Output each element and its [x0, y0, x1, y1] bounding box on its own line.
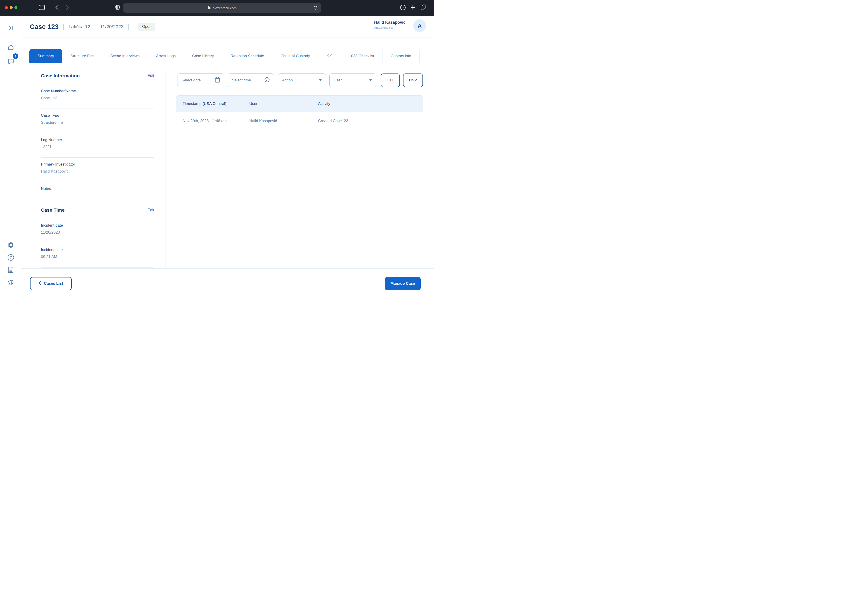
time-filter[interactable]: Select time [228, 73, 274, 87]
chevron-down-icon [369, 79, 372, 81]
settings-gear-icon[interactable] [7, 242, 14, 249]
action-filter-label: Action [282, 78, 293, 83]
downloads-icon[interactable] [400, 5, 406, 11]
tab-summary[interactable]: Summary [30, 49, 62, 63]
window-zoom-button[interactable] [15, 6, 18, 9]
cases-list-label: Cases List [44, 281, 63, 286]
case-information-title: Case Information [41, 73, 80, 79]
tab-case-library[interactable]: Case Library [184, 49, 222, 63]
audit-cell: Haild Kasapović [249, 119, 318, 123]
svg-text:?: ? [10, 255, 12, 259]
lock-icon [208, 6, 211, 10]
audit-column-header: Activity [318, 101, 423, 106]
header-separator [63, 24, 64, 30]
tabbar: SummaryStructure FireScene InterviewsArr… [30, 49, 419, 63]
avatar[interactable]: A [413, 19, 426, 32]
case-information-field: Notes– [41, 182, 154, 198]
tab-contact-info[interactable]: Contact info [382, 49, 419, 63]
chat-icon[interactable] [7, 58, 14, 66]
header-separator [95, 24, 95, 30]
case-time-fields: Incident date11/20/2023Incident time09:2… [41, 219, 154, 269]
sidebar-toggle-icon[interactable] [39, 5, 45, 11]
time-filter-placeholder: Select time [232, 78, 251, 83]
window-minimize-button[interactable] [10, 6, 13, 9]
forward-icon[interactable] [66, 5, 70, 11]
main-area: Case 123 Latička 12 11/20/2023 Open Hali… [21, 16, 434, 298]
tab-k-9[interactable]: K-9 [318, 49, 341, 63]
case-information-field-value: 12221 [41, 145, 154, 149]
case-information-fields: Case Number/NameCase 123Case TypeStructu… [41, 84, 154, 198]
sidebar-collapse-icon[interactable] [8, 25, 13, 31]
tab-scene-interviews[interactable]: Scene Interviews [102, 49, 148, 63]
reload-icon[interactable] [313, 6, 318, 11]
url-text: blazestack.com [212, 6, 237, 10]
case-information-field-label: Case Type [41, 113, 154, 118]
user-filter-label: User [334, 78, 342, 83]
case-information-field-label: Primary Investigator [41, 162, 154, 167]
help-icon[interactable]: ? [7, 254, 14, 262]
export-txt-button[interactable]: TXT [381, 73, 400, 87]
date-filter[interactable]: Select date [177, 73, 224, 87]
case-information-field-value: – [41, 193, 154, 198]
chevron-down-icon [319, 79, 321, 81]
case-date: 11/20/2023 [100, 24, 124, 30]
manage-case-button[interactable]: Manage Case [385, 277, 421, 290]
back-icon[interactable] [55, 5, 59, 11]
user-filter-dropdown[interactable]: User [329, 73, 376, 87]
user-organization: AntColony FD [374, 26, 410, 30]
case-information-field-value: Structure fire [41, 120, 154, 125]
audit-column-header: User [249, 101, 318, 106]
case-information-edit-link[interactable]: Edit [148, 73, 154, 78]
case-information-field: Case TypeStructure fire [41, 109, 154, 133]
case-information-field: Case Number/NameCase 123 [41, 84, 154, 109]
cases-list-button[interactable]: Cases List [30, 277, 72, 290]
document-icon[interactable] [8, 266, 14, 274]
tab-arrest-logs[interactable]: Arrest Logs [148, 49, 184, 63]
action-filter-dropdown[interactable]: Action [278, 73, 326, 87]
window-close-button[interactable] [5, 6, 8, 9]
tab-chain-of-custody[interactable]: Chain of Custody [272, 49, 318, 63]
case-information-field: Log Number12221 [41, 133, 154, 157]
page-header: Case 123 Latička 12 11/20/2023 Open Hali… [21, 16, 434, 38]
calendar-icon [215, 77, 220, 84]
audit-cell: Nov 20th, 2023, 11:48 am [183, 119, 249, 123]
megaphone-icon[interactable] [7, 279, 15, 287]
case-information-field-value: Halid Kasapović [41, 169, 154, 174]
screen: blazestack.com [0, 0, 434, 298]
status-badge: Open [138, 22, 156, 31]
case-time-field-value: 09:21 AM [41, 255, 154, 259]
chat-nav-item[interactable]: 3 [0, 56, 21, 68]
tab-structure-fire[interactable]: Structure Fire [62, 49, 102, 63]
url-bar[interactable]: blazestack.com [123, 3, 321, 13]
chat-badge: 3 [13, 53, 18, 59]
privacy-shield-icon[interactable] [115, 5, 120, 11]
audit-cell: Created Case123 [318, 119, 423, 123]
audit-column-header: Timestamp (USA Central) [183, 101, 249, 106]
tab-1033-checklist[interactable]: 1033 Checklist [341, 49, 382, 63]
app-sidebar: 3 ? [0, 16, 22, 298]
audit-table-header: Timestamp (USA Central)UserActivity [176, 96, 423, 112]
browser-chrome: blazestack.com [0, 0, 434, 16]
case-time-field-label: Incident date [41, 223, 154, 228]
audit-table-body: Nov 20th, 2023, 11:48 amHaild KasapovićC… [176, 112, 423, 130]
new-tab-icon[interactable] [410, 5, 415, 11]
home-icon[interactable] [7, 44, 14, 52]
header-separator [128, 24, 129, 30]
case-information-field: Primary InvestigatorHalid Kasapović [41, 157, 154, 182]
user-name: Halid Kasapović [374, 20, 410, 25]
case-address: Latička 12 [68, 24, 90, 30]
tab-retention-schedule[interactable]: Retention Schedule [222, 49, 272, 63]
case-time-field-label: Incident time [41, 248, 154, 252]
audit-table: Timestamp (USA Central)UserActivity Nov … [176, 95, 424, 130]
page-title: Case 123 [30, 23, 59, 31]
user-info: Halid Kasapović AntColony FD [374, 20, 410, 30]
date-filter-placeholder: Select date [182, 78, 201, 83]
export-csv-button[interactable]: CSV [403, 73, 423, 87]
case-time-edit-link[interactable]: Edit [148, 208, 154, 212]
case-time-field: Incident date11/20/2023 [41, 219, 154, 243]
case-information-field-label: Case Number/Name [41, 89, 154, 94]
tab-overview-icon[interactable] [421, 4, 426, 11]
audit-row: Nov 20th, 2023, 11:48 amHaild KasapovićC… [176, 112, 423, 130]
clock-icon [264, 77, 270, 83]
case-time-field-value: 11/20/2023 [41, 230, 154, 235]
